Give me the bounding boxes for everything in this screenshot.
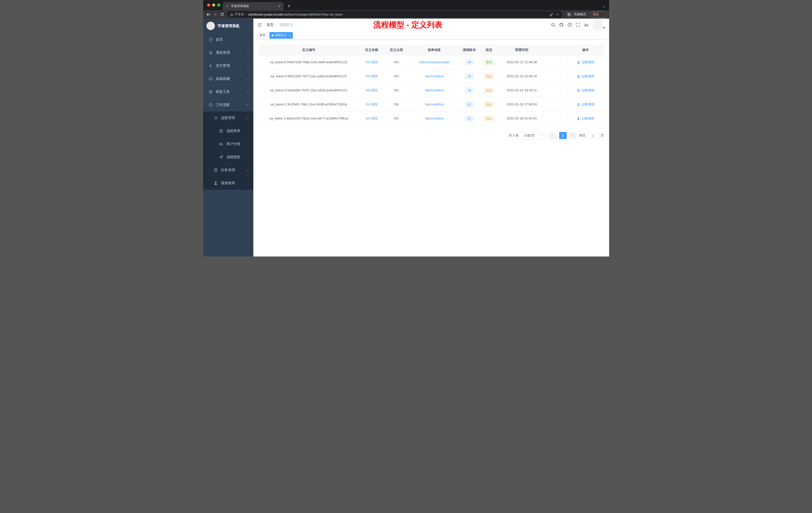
assign-rule-link[interactable]: 分配规则: [577, 102, 594, 107]
column-header: 部署时间: [499, 45, 545, 55]
cell-category: OA: [384, 69, 409, 83]
assign-rule-link[interactable]: 分配规则: [577, 88, 594, 93]
security-status[interactable]: 不安全: [230, 12, 244, 17]
monitor-icon: [209, 77, 213, 81]
chevron-down-icon: [247, 90, 248, 94]
back-button[interactable]: [205, 11, 212, 18]
definition-name-link[interactable]: OA 请假: [366, 116, 378, 121]
version-badge: v2: [465, 101, 473, 108]
column-header: 操作: [567, 45, 604, 55]
browser-menu-dots-icon[interactable]: ⋮: [601, 12, 604, 16]
hamburger-icon[interactable]: [257, 22, 262, 27]
assign-rule-link[interactable]: 分配规则: [577, 60, 594, 64]
table-row: oa_leave:2:3c1f0ef1-76b1-11ec-9c66-a2380…: [258, 97, 604, 112]
font-size-icon[interactable]: [584, 23, 588, 27]
url-divider: |: [246, 13, 246, 16]
user-icon: [577, 89, 580, 92]
sidebar-item-user-group[interactable]: 用户分组: [203, 138, 253, 151]
form-link[interactable]: /bpm/oa/leave/create: [419, 60, 450, 64]
browser-tab[interactable]: 芋道管理系统 ×: [223, 2, 284, 10]
update-label: 更新: [593, 12, 599, 17]
sidebar-logo[interactable]: 芋道管理系统: [203, 19, 253, 33]
github-icon[interactable]: [559, 23, 564, 27]
user-icon: [214, 181, 218, 185]
page-number-button[interactable]: 1: [559, 132, 567, 139]
sidebar-item-label: 基础设施: [216, 77, 230, 81]
forward-button[interactable]: [212, 11, 219, 18]
cell-category: OA: [384, 97, 409, 111]
sidebar-item-task-management[interactable]: 任务管理: [203, 163, 253, 177]
new-tab-button[interactable]: +: [286, 2, 292, 9]
definition-name-link[interactable]: OA 请假: [366, 74, 378, 79]
tag-close-icon[interactable]: ×: [289, 33, 291, 37]
window-minimize-button[interactable]: [212, 3, 215, 6]
help-icon[interactable]: [568, 23, 572, 27]
column-header: 状态: [479, 45, 499, 55]
dashboard-icon: [209, 38, 213, 42]
assign-rule-link[interactable]: 分配规则: [577, 74, 594, 79]
security-label: 不安全: [235, 12, 244, 17]
reload-button[interactable]: [219, 11, 226, 18]
cell-spacer: [545, 55, 567, 69]
status-badge: 挂起: [484, 87, 495, 93]
definition-name-link[interactable]: OA 请假: [366, 102, 378, 107]
pagination-total: 共 5 条: [509, 133, 519, 138]
sidebar-item-label: 流程模型: [227, 155, 240, 159]
form-link[interactable]: /bpm/oa/flow: [425, 74, 444, 78]
fullscreen-icon[interactable]: [576, 23, 580, 27]
window-close-button[interactable]: [207, 3, 210, 6]
tag-process-definition[interactable]: 流程定义 ×: [269, 32, 293, 39]
sidebar-item-system[interactable]: 系统管理: [203, 46, 253, 59]
assign-rule-link[interactable]: 分配规则: [577, 116, 594, 121]
sidebar-item-process-form[interactable]: 流程表单: [203, 124, 253, 138]
cell-definition-id: oa_leave:5:004b710b-7b8a-11ec-8ef0-acde4…: [258, 55, 359, 69]
browser-update-button[interactable]: 更新 ⋮: [590, 11, 607, 18]
tab-close-icon[interactable]: ×: [278, 4, 281, 8]
cell-definition-id: oa_leave:3:1fad3d93-7b75-11ec-a3c8-acde4…: [258, 83, 359, 97]
tab-search-chevron-icon[interactable]: [603, 4, 605, 8]
form-link[interactable]: /bpm/oa/flow: [425, 102, 444, 106]
form-link[interactable]: /bpm/oa/flow: [425, 88, 444, 92]
window-zoom-button[interactable]: [217, 3, 220, 6]
table-row: oa_leave:4:991f2193-7b7f-11ec-a3c8-acde4…: [258, 69, 604, 83]
window-controls: [207, 3, 220, 6]
task-icon: [214, 168, 218, 172]
cell-category: OA: [384, 83, 409, 97]
url-host: dashboard.yudao.iocoder.cn: [248, 13, 288, 16]
tag-home[interactable]: 首页: [257, 32, 268, 39]
users-icon: [219, 142, 223, 146]
form-link[interactable]: /bpm/oa/flow: [425, 117, 444, 120]
goto-page-input[interactable]: [587, 132, 599, 139]
version-badge: v5: [465, 59, 473, 65]
cell-deploy-time: 2022-01-22 20:34:10: [499, 69, 545, 83]
definition-name-link[interactable]: OA 请假: [366, 88, 378, 93]
bookmark-star-icon[interactable]: ☆: [556, 12, 559, 17]
search-icon[interactable]: [551, 23, 555, 27]
sidebar-item-process-management[interactable]: 流程管理: [203, 112, 253, 124]
next-page-button[interactable]: [569, 132, 577, 139]
breadcrumb-home[interactable]: 首页: [267, 23, 274, 27]
definition-name-link[interactable]: OA 请假: [366, 60, 378, 64]
address-bar[interactable]: 不安全 | dashboard.yudao.iocoder.cn/bpm/man…: [227, 11, 562, 18]
cell-spacer: [545, 97, 567, 111]
sidebar-item-leave-query[interactable]: 请假查询: [203, 177, 253, 190]
browser-toolbar: 不安全 | dashboard.yudao.iocoder.cn/bpm/man…: [203, 10, 609, 19]
sidebar-item-workflow[interactable]: 工作流程: [203, 98, 253, 112]
user-menu[interactable]: [593, 20, 605, 29]
sidebar-item-infrastructure[interactable]: 基础设施: [203, 72, 253, 85]
sidebar-item-label: 任务管理: [221, 168, 235, 173]
key-icon[interactable]: [550, 12, 553, 16]
page-size-select[interactable]: 10条/页: [522, 132, 547, 139]
user-avatar: [593, 20, 602, 29]
sidebar-item-home[interactable]: 首页: [203, 33, 253, 46]
assign-rule-label: 分配规则: [581, 116, 594, 121]
status-badge: 挂起: [484, 73, 495, 79]
active-dot: [272, 34, 274, 36]
sidebar-item-payment[interactable]: ¥ 支付管理: [203, 59, 253, 72]
sidebar-item-devtools[interactable]: 研发工具: [203, 85, 253, 98]
cell-spacer: [545, 83, 567, 97]
browser-tab-strip: 芋道管理系统 × +: [203, 0, 609, 10]
prev-page-button[interactable]: [549, 132, 557, 139]
sidebar-item-process-model[interactable]: 流程模型: [203, 151, 253, 163]
navbar: 首页 / 流程定义 流程模型 - 定义列表: [253, 19, 609, 31]
